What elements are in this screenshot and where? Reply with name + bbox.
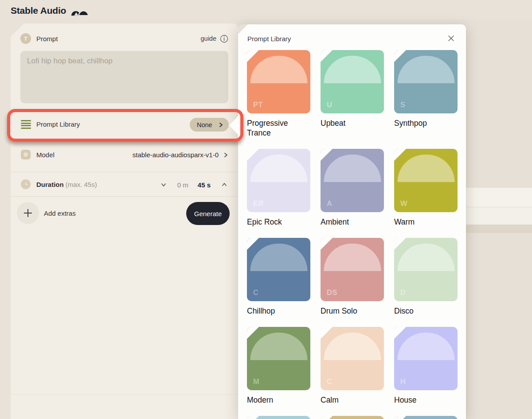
card-corner-cut — [321, 327, 332, 339]
prompt-card-art: W — [394, 149, 458, 212]
duration-minutes: 0 m — [177, 181, 188, 189]
card-dome-shape — [324, 333, 381, 360]
prompt-card-art: A — [321, 149, 384, 212]
generate-button[interactable]: Generate — [186, 202, 230, 225]
card-initials: U — [327, 101, 332, 109]
prompt-card-art: C — [321, 327, 384, 390]
prompt-card-art: H — [394, 327, 458, 390]
prompt-card[interactable]: EREpic Rock — [247, 149, 310, 227]
model-label: Model — [36, 151, 55, 159]
card-name: Warm — [394, 217, 458, 227]
prompt-card[interactable]: MModern — [247, 327, 310, 405]
prompt-input[interactable] — [20, 51, 228, 103]
card-name: Upbeat — [321, 118, 384, 128]
divider — [11, 394, 238, 395]
prompt-card[interactable]: CChillhop — [247, 238, 310, 316]
prompt-card[interactable]: CCalm — [321, 327, 384, 405]
card-corner-cut — [321, 50, 332, 62]
chevron-right-icon — [218, 122, 224, 128]
duration-decrease-button[interactable] — [159, 180, 168, 189]
prompt-card[interactable] — [321, 416, 384, 419]
card-initials: S — [400, 101, 406, 109]
model-row[interactable]: Model stable-audio-audiosparx-v1-0 — [11, 145, 238, 164]
prompt-library-value: None — [197, 121, 212, 128]
card-initials: D — [400, 288, 406, 297]
card-dome-shape — [397, 56, 454, 83]
prompt-card-art: U — [321, 50, 384, 113]
prompt-library-label: Prompt Library — [36, 120, 80, 128]
prompt-card-art: ER — [247, 149, 310, 212]
prompt-card[interactable]: SSynthpop — [394, 50, 458, 138]
add-extras-label: Add extras — [44, 210, 76, 217]
duration-seconds: 45 s — [198, 181, 211, 189]
card-dome-shape — [324, 155, 381, 182]
card-name: Synthpop — [394, 118, 458, 128]
card-corner-cut — [247, 238, 259, 250]
card-corner-cut — [394, 238, 406, 250]
card-initials: DS — [327, 288, 337, 297]
card-initials: ER — [253, 199, 264, 208]
prompt-card-grid: PTProgressive TranceUUpbeatSSynthpopEREp… — [247, 50, 458, 419]
prompt-library-row[interactable]: Prompt Library None — [11, 110, 238, 140]
card-dome-shape — [250, 155, 307, 182]
model-value: stable-audio-audiosparx-v1-0 — [133, 151, 219, 159]
card-initials: C — [253, 288, 258, 297]
prompt-card-art: S — [394, 50, 458, 113]
prompt-card[interactable]: PTProgressive Trance — [247, 50, 310, 138]
prompt-section-header: T Prompt guide — [20, 33, 228, 44]
stability-mountains-icon — [70, 5, 89, 16]
prompt-card[interactable]: UUpbeat — [321, 50, 384, 138]
guide-label: guide — [201, 35, 216, 42]
card-name: Calm — [321, 395, 384, 405]
prompt-card[interactable]: DSDrum Solo — [321, 238, 384, 316]
card-corner-cut — [321, 149, 332, 161]
card-corner-cut — [394, 327, 406, 339]
card-name: Epic Rock — [247, 217, 310, 227]
prompt-card-art: DS — [321, 238, 384, 301]
modal-title: Prompt Library — [247, 35, 291, 43]
model-icon — [21, 150, 31, 159]
duration-row: Duration (max. 45s) 0 m 45 s — [11, 172, 238, 196]
card-name: Modern — [247, 395, 310, 405]
prompt-card-art — [321, 416, 384, 419]
prompt-card[interactable]: DDisco — [394, 238, 458, 316]
card-corner-cut — [394, 50, 406, 62]
add-extras-button[interactable] — [17, 202, 39, 224]
card-dome-shape — [324, 244, 381, 271]
guide-link[interactable]: guide — [201, 35, 228, 43]
chevron-right-icon — [223, 152, 229, 158]
prompt-card[interactable] — [394, 416, 458, 419]
card-name: House — [394, 395, 458, 405]
card-dome-shape — [250, 244, 307, 271]
prompt-card[interactable]: WWarm — [394, 149, 458, 227]
library-list-icon — [21, 120, 31, 129]
modal-anchor-notch — [229, 116, 238, 135]
duration-increase-button[interactable] — [220, 180, 229, 189]
extras-row: Add extras Generate — [11, 199, 238, 228]
card-name: Drum Solo — [321, 306, 384, 316]
card-dome-shape — [250, 56, 307, 83]
prompt-card[interactable] — [247, 416, 310, 419]
card-corner-cut — [247, 416, 259, 419]
close-button[interactable] — [446, 33, 456, 43]
prompt-card[interactable]: AAmbient — [321, 149, 384, 227]
card-dome-shape — [250, 333, 307, 360]
prompt-card-art: PT — [247, 50, 310, 113]
prompt-library-modal: Prompt Library PTProgressive TranceUUpbe… — [238, 24, 466, 419]
prompt-library-value-button[interactable]: None — [190, 118, 229, 132]
card-initials: C — [327, 377, 332, 386]
card-initials: M — [253, 377, 259, 386]
card-corner-cut — [247, 327, 259, 339]
card-corner-cut — [394, 416, 406, 419]
card-name: Progressive Trance — [247, 118, 310, 138]
prompt-card-art: C — [247, 238, 310, 301]
stable-audio-app: Stable Audio T Prompt guide — [0, 0, 532, 419]
duration-hint: (max. 45s) — [66, 181, 97, 188]
prompt-label: Prompt — [36, 35, 58, 43]
card-dome-shape — [324, 56, 381, 83]
card-name: Chillhop — [247, 306, 310, 316]
card-corner-cut — [247, 149, 259, 161]
prompt-card[interactable]: HHouse — [394, 327, 458, 405]
card-name: Ambient — [321, 217, 384, 227]
close-icon — [447, 35, 455, 42]
